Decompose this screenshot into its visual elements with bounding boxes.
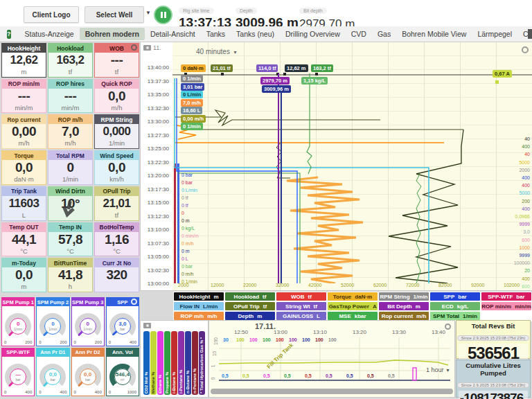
tile-quick-rop[interactable]: Quick ROP0,0m/h bbox=[94, 79, 139, 114]
tile-rop-current[interactable]: Rop current0,00m/h bbox=[1, 114, 46, 149]
tile-hookheight[interactable]: HookHeight12,62m bbox=[1, 43, 46, 78]
legend-rop-m-h[interactable]: ROP m/hm/h bbox=[174, 312, 224, 320]
legend--gastrap-power[interactable]: * GasTrap PowerA * bbox=[328, 302, 378, 310]
tile-wob[interactable]: WOB---tf bbox=[94, 43, 139, 78]
tile-opull-trip[interactable]: OPull Trip21,01tf bbox=[94, 186, 139, 221]
tab-drilling-overview[interactable]: Drilling Overview bbox=[280, 28, 346, 40]
pause-button[interactable] bbox=[154, 6, 172, 24]
gas-bar-co2-mol-[interactable]: CO2 Mol % bbox=[143, 331, 150, 395]
axis-max-label: 20 bbox=[524, 268, 530, 273]
legend-empty[interactable] bbox=[481, 312, 531, 320]
tile-rop-min-m[interactable]: ROP min/m---min/m bbox=[1, 79, 46, 114]
gas-bar-label: n-Butane % bbox=[185, 371, 191, 393]
tab-detail-ansicht[interactable]: Detail-Ansicht bbox=[145, 28, 201, 40]
gauge-spp-wtf[interactable]: SPP-WTF---bar0400 bbox=[1, 348, 35, 397]
tile-torque[interactable]: Torque0,0daN·m bbox=[1, 150, 46, 185]
tile-m-today[interactable]: m-Today0,0m bbox=[1, 258, 46, 292]
legend-gain-loss[interactable]: GAIN/LOSSL bbox=[276, 312, 326, 320]
gauge-ann-pr-d1[interactable]: Ann Pr D10,0bar0400 bbox=[36, 348, 69, 397]
tab-tanks[interactable]: Tanks bbox=[201, 28, 231, 40]
legend-depth[interactable]: Depthm bbox=[225, 312, 275, 320]
tab-gas[interactable]: Gas bbox=[372, 28, 396, 40]
gauge-spm-pump-3[interactable]: SPM Pump 301/min0200 bbox=[71, 297, 105, 346]
legend-rpm-string[interactable]: RPM String1/min bbox=[379, 292, 429, 301]
legend-name: ECD bbox=[442, 303, 454, 310]
axis-max-label: 400 bbox=[522, 206, 530, 211]
legend-hookload[interactable]: Hookloadtf bbox=[225, 292, 275, 301]
gear-icon[interactable] bbox=[131, 44, 137, 51]
horizontal-scrollbar[interactable] bbox=[211, 389, 453, 394]
gas-bar-propane-[interactable]: Propane % bbox=[164, 331, 170, 395]
tile-total-rpm[interactable]: Total RPM01/min bbox=[48, 150, 93, 185]
tab-tanks-neu-[interactable]: Tanks (neu) bbox=[231, 28, 280, 40]
tab-cvd[interactable]: CVD bbox=[346, 28, 372, 40]
chevron-down-icon[interactable]: ▼ bbox=[145, 10, 151, 16]
legend-spp[interactable]: SPPbar bbox=[430, 292, 480, 301]
tile-rop-hires[interactable]: ROP hires---min/m bbox=[48, 79, 93, 114]
tile-wind-speed[interactable]: Wind Speed0,0km/h bbox=[94, 150, 139, 185]
gas-bar-n-butane-[interactable]: n-Butane % bbox=[185, 331, 191, 395]
tile-rop-m-h[interactable]: ROP m/h7,0m/h bbox=[48, 114, 93, 149]
help-icon[interactable]: ? bbox=[7, 30, 11, 39]
legend-spp-wtf[interactable]: SPP-WTFbar bbox=[481, 292, 531, 301]
bottom-scale-tick: 32000 bbox=[276, 283, 289, 287]
gauge-spp[interactable]: SPP3,0bar0400 bbox=[106, 297, 139, 346]
gauge-min: 0 bbox=[39, 390, 41, 394]
axis-min-label: 0 m/h bbox=[181, 272, 194, 276]
tile-value: 44,1 bbox=[2, 232, 46, 247]
legend-hookheight[interactable]: HookHeightm bbox=[174, 292, 224, 301]
legend-rop-current[interactable]: Rop currentm/h bbox=[379, 312, 429, 320]
tile-value: 0,0 bbox=[2, 267, 46, 283]
tile-curr-jt-no[interactable]: Curr Jt No320 bbox=[94, 258, 139, 292]
tile-wind-dirtn[interactable]: Wind Dirtn10° bbox=[48, 186, 93, 221]
legend-rop-min-m[interactable]: ROP min/mmin/m bbox=[481, 302, 531, 310]
legend-spm-total[interactable]: SPM Total1/min bbox=[430, 312, 480, 320]
time-tick: 13:35:00 bbox=[148, 91, 169, 98]
gauge-value: 3,0 bbox=[118, 321, 126, 327]
tab-bohren-modern[interactable]: Bohren modern bbox=[80, 28, 145, 40]
gear-icon[interactable] bbox=[131, 299, 137, 305]
legend-bit-depth[interactable]: Bit Depthm bbox=[379, 302, 429, 310]
tile-header: Trip Tank bbox=[2, 187, 46, 196]
gauge-spm-pump-1[interactable]: SPM Pump 101/min0200 bbox=[1, 297, 35, 346]
gauge-ann-vol[interactable]: Ann. Vol546,4m³01000 bbox=[106, 348, 139, 397]
client-logo-button[interactable]: Client Logo bbox=[24, 6, 79, 23]
gauge-spm-pump-2[interactable]: SPM Pump 201/min0200 bbox=[36, 297, 69, 346]
tile-hookload[interactable]: Hookload163,2tf bbox=[48, 43, 93, 78]
gas-bar--total-hydrocarbon-gas-[interactable]: * Total Hydrocarbon Gas % * bbox=[199, 331, 205, 395]
tile-temp-out[interactable]: Temp OUT44,1°C bbox=[1, 222, 46, 257]
gauge-unit: m³ bbox=[121, 378, 125, 382]
legend-string-wt[interactable]: String Wttf bbox=[276, 302, 326, 310]
legend-wob[interactable]: WOBtf bbox=[276, 292, 326, 301]
gas-bar-i-butane-[interactable]: i-Butane % bbox=[171, 331, 177, 395]
value-chip: 3009,96 m bbox=[262, 85, 291, 93]
gas-bar-i-pentane-[interactable]: i-Pentane % bbox=[178, 331, 184, 395]
legend-flow-in[interactable]: Flow INL/min bbox=[174, 302, 224, 310]
gas-bar-ethane-[interactable]: Ethane % bbox=[157, 331, 163, 395]
gauge-ann-pr-d2[interactable]: Ann Pr D20,0bar0400 bbox=[71, 348, 105, 397]
legend-opull-trip[interactable]: OPull Triptf bbox=[225, 302, 275, 310]
legend-torque[interactable]: TorquedaN·m bbox=[328, 292, 378, 301]
camera-icon[interactable] bbox=[143, 323, 151, 328]
mini-range-dropdown[interactable]: 1 hour ▼ bbox=[426, 366, 450, 373]
legend-ecd[interactable]: ECDkg/L bbox=[430, 302, 480, 310]
tab-status-anzeige[interactable]: Status-Anzeige bbox=[19, 28, 80, 40]
tile-rpm-string[interactable]: RPM String0,0001/min bbox=[94, 114, 139, 149]
plot-area[interactable]: 40 minutes▼ bbox=[172, 42, 532, 290]
gas-bar-methane-[interactable]: Methane % bbox=[150, 331, 157, 395]
tile-bitruntime[interactable]: BitRunTime41,8h bbox=[48, 258, 93, 292]
tile-trip-tank[interactable]: Trip Tank11603L bbox=[1, 186, 46, 221]
gas-bar-n-pentane-[interactable]: n-Pentane % bbox=[192, 331, 198, 395]
tab-l-rmpegel[interactable]: Lärmpegel bbox=[472, 28, 517, 40]
camera-icon[interactable] bbox=[143, 45, 151, 51]
tile-botholtemp[interactable]: BotHolTemp1,16°C bbox=[94, 222, 139, 257]
legend-mse[interactable]: MSEkbar bbox=[328, 312, 378, 320]
tile-temp-in[interactable]: Temp IN57,8°C bbox=[48, 222, 93, 257]
axis-min-label: 0 bar bbox=[181, 180, 193, 185]
tile-header: Rop current bbox=[2, 115, 46, 124]
tab-bohren-mobile-view[interactable]: Bohren Mobile View bbox=[396, 28, 472, 40]
axis-max-label: 5000 bbox=[519, 160, 530, 165]
time-axis: 13:40:0013:37:3013:35:0013:32:3013:30:00… bbox=[141, 52, 172, 292]
select-well-dropdown[interactable]: Select Well bbox=[85, 6, 144, 23]
legend-unit: bar bbox=[516, 294, 524, 300]
